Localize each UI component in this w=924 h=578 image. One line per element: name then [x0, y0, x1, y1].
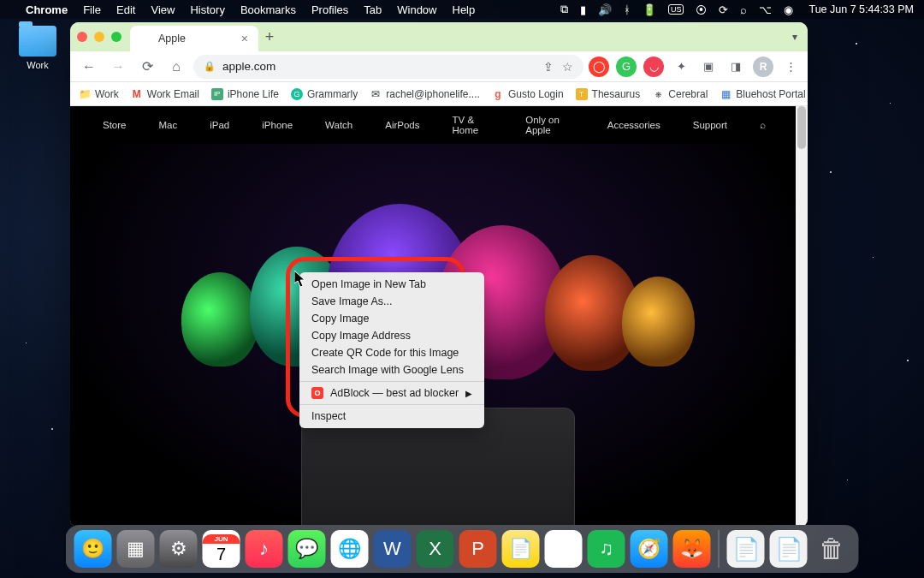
ctx-open-image-new-tab[interactable]: Open Image in New Tab — [299, 276, 484, 293]
extension-grammarly-icon[interactable]: G — [616, 57, 637, 77]
dock-firefox[interactable]: 🦊 — [673, 530, 711, 568]
forward-button[interactable]: → — [106, 55, 130, 79]
ctx-inspect[interactable]: Inspect — [299, 408, 484, 425]
bookmark-cerebral[interactable]: ⎈Cerebral — [652, 88, 708, 100]
menu-window[interactable]: Window — [397, 3, 436, 16]
bluetooth-icon[interactable]: ᚼ — [624, 3, 631, 16]
extension-pocket-icon[interactable]: ◡ — [643, 57, 664, 77]
scrollbar-thumb[interactable] — [797, 106, 806, 149]
dock-music[interactable]: ♪ — [246, 530, 283, 568]
menu-edit[interactable]: Edit — [116, 3, 135, 16]
site-icon: iP — [211, 88, 223, 100]
share-icon[interactable]: ⇪ — [543, 60, 554, 74]
reload-button[interactable]: ⟳ — [135, 55, 159, 79]
dock-chrome[interactable]: 🌐 — [331, 530, 369, 568]
close-tab-button[interactable]: × — [241, 32, 248, 45]
screen-mirror-icon[interactable]: ▮ — [580, 3, 586, 16]
dock-messages[interactable]: 💬 — [288, 530, 326, 568]
dock-launchpad[interactable]: ▦ — [117, 530, 155, 568]
home-button[interactable]: ⌂ — [164, 55, 188, 79]
dock-powerpoint[interactable]: P — [459, 530, 497, 568]
address-bar[interactable]: 🔒 apple.com ⇪ ☆ — [193, 55, 583, 79]
dock-recent-doc[interactable]: 📄 — [770, 530, 808, 568]
folder-icon: 📁 — [79, 88, 91, 100]
menu-bookmarks[interactable]: Bookmarks — [240, 3, 296, 16]
tab-search-button[interactable]: ▾ — [792, 31, 797, 43]
bluehost-icon: ▦ — [720, 88, 732, 100]
nav-ipad[interactable]: iPad — [210, 120, 229, 130]
ctx-create-qr-code[interactable]: Create QR Code for this Image — [299, 344, 484, 361]
minimize-window-button[interactable] — [94, 32, 104, 42]
side-panel-icon[interactable]: ◨ — [726, 57, 746, 77]
bookmark-thesaurus[interactable]: TThesaurus — [576, 88, 641, 100]
wifi-icon[interactable]: ⦿ — [696, 3, 707, 16]
dock: 🙂 ▦ ⚙ JUN7 ♪ 💬 🌐 W X P 📄 ✳ ♫ 🧭 🦊 📄 📄 🗑 — [66, 525, 859, 573]
control-center-icon[interactable]: ⌥ — [759, 3, 772, 16]
siri-icon[interactable]: ◉ — [784, 3, 793, 16]
input-source-indicator[interactable]: US — [668, 4, 684, 15]
dock-word[interactable]: W — [374, 530, 412, 568]
bookmark-iphone-life[interactable]: iPiPhone Life — [211, 88, 279, 100]
back-button[interactable]: ← — [77, 55, 101, 79]
chrome-menu-icon[interactable]: ⋮ — [780, 57, 801, 77]
bookmark-work[interactable]: 📁Work — [79, 88, 119, 100]
close-window-button[interactable] — [77, 32, 87, 42]
bookmark-star-icon[interactable]: ☆ — [562, 60, 573, 74]
browser-tab-apple[interactable]: Apple × — [130, 26, 258, 51]
profile-avatar[interactable]: R — [753, 57, 773, 77]
nav-airpods[interactable]: AirPods — [385, 120, 419, 130]
nav-mac[interactable]: Mac — [159, 120, 178, 130]
dock-notes[interactable]: 📄 — [502, 530, 540, 568]
ctx-search-google-lens[interactable]: Search Image with Google Lens — [299, 361, 484, 378]
menu-profiles[interactable]: Profiles — [311, 3, 348, 16]
nav-support[interactable]: Support — [693, 120, 727, 130]
zoom-window-button[interactable] — [111, 32, 121, 42]
volume-icon[interactable]: 🔊 — [598, 3, 612, 16]
ctx-adblock-submenu[interactable]: OAdBlock — best ad blocker▶ — [299, 384, 484, 402]
dock-spotify[interactable]: ♫ — [588, 530, 625, 568]
bookmark-work-email[interactable]: MWork Email — [131, 88, 199, 100]
dock-safari[interactable]: 🧭 — [631, 530, 668, 568]
macos-menubar: Chrome File Edit View History Bookmarks … — [0, 0, 924, 19]
ctx-copy-image-address[interactable]: Copy Image Address — [299, 327, 484, 344]
battery-icon[interactable]: 🔋 — [643, 3, 656, 16]
vertical-scrollbar[interactable] — [796, 106, 808, 527]
extension-adblock-icon[interactable]: ◯ — [589, 57, 609, 77]
dock-finder[interactable]: 🙂 — [74, 530, 112, 568]
menu-view[interactable]: View — [151, 3, 175, 16]
dock-slack[interactable]: ✳ — [545, 530, 583, 568]
desktop-folder-work[interactable]: Work — [19, 26, 56, 70]
dock-calendar[interactable]: JUN7 — [203, 530, 240, 568]
dock-trash[interactable]: 🗑 — [813, 530, 850, 568]
bookmark-grammarly[interactable]: GGrammarly — [291, 88, 358, 100]
new-tab-button[interactable]: + — [258, 26, 281, 48]
dock-recent-doc[interactable]: 📄 — [727, 530, 765, 568]
active-app-name[interactable]: Chrome — [26, 3, 68, 16]
nav-store[interactable]: Store — [103, 120, 127, 130]
context-menu: Open Image in New Tab Save Image As... C… — [299, 272, 484, 428]
menu-tab[interactable]: Tab — [364, 3, 382, 16]
extensions-puzzle-icon[interactable]: ✦ — [671, 57, 691, 77]
clock[interactable]: Tue Jun 7 5:44:33 PM — [808, 3, 914, 15]
menu-help[interactable]: Help — [453, 3, 476, 16]
bookmark-bluehost[interactable]: ▦Bluehost Portal — [720, 88, 805, 100]
cast-icon[interactable]: ▣ — [698, 57, 719, 77]
dropbox-icon[interactable]: ⧉ — [560, 3, 568, 16]
nav-iphone[interactable]: iPhone — [262, 120, 293, 130]
spotlight-icon[interactable]: ⌕ — [740, 3, 747, 16]
dock-excel[interactable]: X — [417, 530, 454, 568]
menu-file[interactable]: File — [83, 3, 101, 16]
sync-icon[interactable]: ⟳ — [719, 3, 728, 16]
nav-accessories[interactable]: Accessories — [607, 120, 660, 130]
dock-system-preferences[interactable]: ⚙ — [160, 530, 198, 568]
nav-tv-home[interactable]: TV & Home — [453, 115, 494, 135]
search-icon[interactable]: ⌕ — [760, 120, 766, 130]
bookmark-rachel-email[interactable]: ✉rachel@iphonelife.... — [370, 88, 480, 100]
ctx-save-image-as[interactable]: Save Image As... — [299, 293, 484, 310]
nav-watch[interactable]: Watch — [325, 120, 352, 130]
cerebral-icon: ⎈ — [652, 88, 664, 100]
menu-history[interactable]: History — [190, 3, 224, 16]
bookmark-gusto[interactable]: gGusto Login — [492, 88, 564, 100]
ctx-copy-image[interactable]: Copy Image — [299, 310, 484, 327]
nav-only-apple[interactable]: Only on Apple — [525, 115, 574, 135]
